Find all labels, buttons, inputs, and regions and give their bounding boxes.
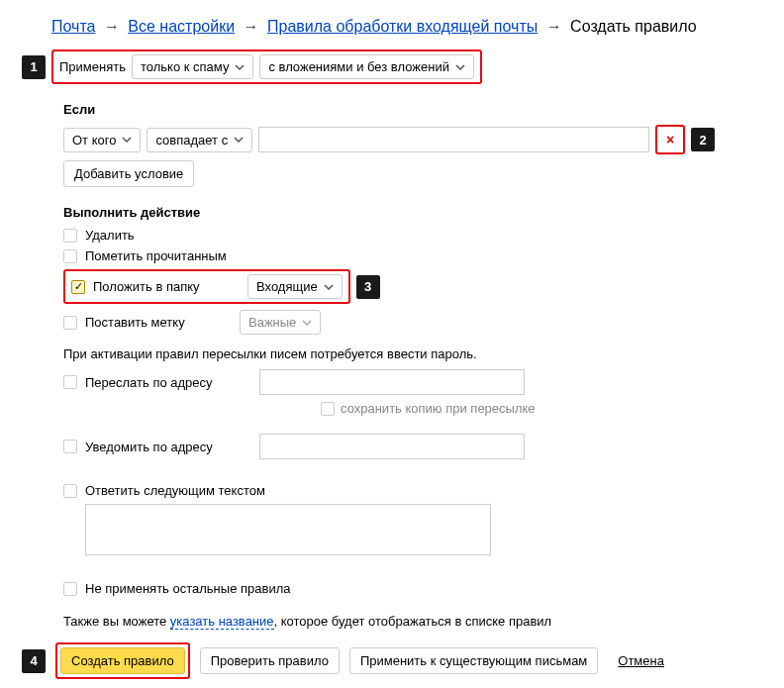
move-to-folder-group: Положить в папку Входящие [63, 269, 350, 304]
breadcrumb-current: Создать правило [570, 18, 697, 35]
forward-to-label: Переслать по адресу [85, 375, 251, 390]
chevron-down-icon [455, 64, 465, 70]
create-rule-wrap: Создать правило [55, 642, 190, 679]
skip-other-checkbox[interactable] [63, 582, 77, 596]
conditions-title: Если [63, 102, 762, 117]
chevron-down-icon [122, 137, 132, 143]
check-rule-button[interactable]: Проверить правило [200, 647, 340, 674]
apply-group: Применять только к спаму с вложениями и … [51, 49, 482, 84]
apply-label: Применять [59, 59, 126, 74]
mark-read-checkbox[interactable] [63, 249, 77, 263]
create-rule-button[interactable]: Создать правило [60, 647, 185, 674]
actions-title: Выполнить действие [63, 205, 762, 220]
breadcrumb-incoming-rules[interactable]: Правила обработки входящей почты [267, 18, 538, 35]
reply-textarea[interactable] [85, 504, 491, 555]
forward-to-input[interactable] [259, 369, 525, 395]
callout-1: 1 [22, 55, 46, 79]
delete-label: Удалить [85, 228, 135, 243]
forward-password-note: При активации правил пересылки писем пот… [63, 346, 762, 361]
condition-value-input[interactable] [258, 127, 649, 152]
folder-select[interactable]: Входящие [247, 274, 343, 299]
chevron-down-icon [234, 137, 244, 143]
chevron-down-icon [302, 320, 312, 326]
apply-existing-button[interactable]: Применить к существующим письмам [349, 647, 598, 674]
mark-read-label: Пометить прочитанным [85, 248, 227, 263]
spam-filter-select[interactable]: только к спаму [132, 54, 253, 79]
notify-to-checkbox[interactable] [63, 440, 77, 453]
condition-field-select[interactable]: От кого [63, 128, 141, 152]
set-label-checkbox[interactable] [63, 316, 77, 330]
delete-condition-button[interactable]: × [658, 128, 682, 151]
set-label-label: Поставить метку [85, 315, 232, 330]
move-to-folder-checkbox[interactable] [71, 280, 85, 294]
chevron-down-icon [324, 284, 334, 290]
callout-3: 3 [356, 275, 380, 299]
forward-to-checkbox[interactable] [63, 375, 77, 389]
label-select[interactable]: Важные [240, 310, 321, 335]
specify-name-link[interactable]: указать название [170, 614, 274, 630]
notify-to-label: Уведомить по адресу [85, 440, 251, 454]
delete-condition-wrap: × [655, 125, 685, 154]
callout-4: 4 [22, 649, 46, 673]
save-copy-label: сохранить копию при пересылке [341, 401, 536, 416]
condition-operator-select[interactable]: совпадает с [147, 128, 252, 152]
breadcrumb-mail[interactable]: Почта [51, 18, 95, 35]
attachments-filter-select[interactable]: с вложениями и без вложений [259, 54, 474, 79]
skip-other-label: Не применять остальные правила [85, 581, 290, 596]
chevron-down-icon [235, 64, 245, 70]
cancel-link[interactable]: Отмена [618, 653, 664, 668]
move-to-folder-label: Положить в папку [93, 279, 240, 294]
callout-2: 2 [691, 128, 715, 151]
add-condition-button[interactable]: Добавить условие [63, 160, 194, 187]
breadcrumb-all-settings[interactable]: Все настройки [128, 18, 235, 35]
reply-with-label: Ответить следующим текстом [85, 483, 265, 498]
name-hint: Также вы можете указать название, которо… [63, 614, 762, 629]
save-copy-checkbox[interactable] [321, 402, 335, 416]
notify-to-input[interactable] [259, 434, 525, 459]
breadcrumb: Почта → Все настройки → Правила обработк… [51, 18, 762, 36]
reply-with-checkbox[interactable] [63, 484, 77, 498]
delete-checkbox[interactable] [63, 229, 77, 243]
